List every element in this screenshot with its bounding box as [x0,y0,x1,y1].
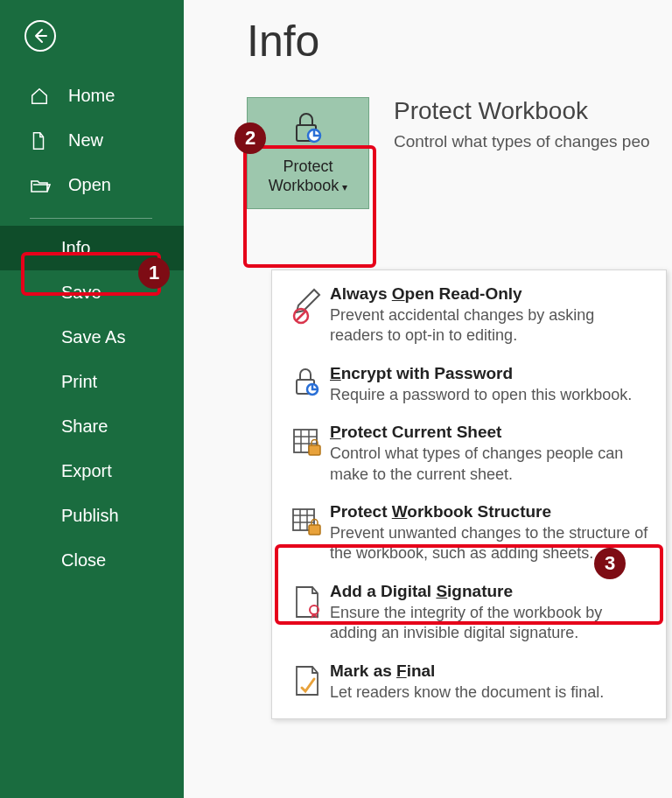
protect-section-title: Protect Workbook [394,97,650,125]
sidebar-item-label: Save [61,283,102,303]
lock-key-icon [284,364,330,401]
sidebar-item-share[interactable]: Share [0,404,184,449]
sidebar-item-label: Save As [61,327,125,347]
menu-item-title: Protect Current Sheet [330,423,652,442]
file-icon [30,131,52,150]
lock-key-icon [290,111,326,150]
sidebar-item-new[interactable]: New [0,118,184,163]
page-title: Info [247,16,672,66]
protect-workbook-row: Protect Workbook▾ Protect Workbook Contr… [247,97,672,209]
protect-section-text: Protect Workbook Control what types of c… [394,97,650,151]
protect-section-desc: Control what types of changes peo [394,132,650,151]
annotation-badge-2: 2 [234,122,266,154]
arrow-left-icon [32,27,49,45]
sidebar-item-label: Home [68,86,115,106]
menu-item-mark-final[interactable]: Mark as Final Let readers know the docum… [272,653,666,711]
sidebar-item-export[interactable]: Export [0,449,184,494]
sidebar-item-save-as[interactable]: Save As [0,315,184,360]
final-document-icon [284,662,330,698]
protect-button-label: Protect Workbook▾ [269,157,348,196]
menu-item-title: Protect Workbook Structure [330,502,652,522]
menu-item-desc: Ensure the integrity of the workbook by … [330,603,652,644]
menu-item-read-only[interactable]: Always Open Read-Only Prevent accidental… [272,276,666,355]
menu-item-desc: Let readers know the document is final. [330,682,652,703]
sidebar-item-label: Open [68,175,111,195]
annotation-badge-3: 3 [594,548,626,579]
sidebar-item-open[interactable]: Open [0,163,184,207]
protect-workbook-button[interactable]: Protect Workbook▾ [247,97,369,209]
menu-item-encrypt[interactable]: Encrypt with Password Require a password… [272,355,666,414]
sidebar-item-label: Publish [61,506,119,526]
menu-item-title: Add a Digital Signature [330,582,652,601]
sidebar-item-label: Share [61,416,108,437]
sheet-lock-icon [284,423,330,459]
folder-open-icon [30,177,52,194]
sidebar-item-label: Close [61,550,106,570]
back-button[interactable] [24,20,56,52]
menu-item-title: Encrypt with Password [330,364,652,383]
backstage-sidebar: Home New Open Info Save Save As Print Sh… [0,0,184,798]
signature-icon [284,582,330,622]
svg-rect-17 [309,525,320,535]
annotation-badge-1: 1 [138,257,170,289]
sidebar-item-publish[interactable]: Publish [0,494,184,538]
sidebar-item-print[interactable]: Print [0,360,184,404]
menu-item-desc: Require a password to open this workbook… [330,385,652,405]
sidebar-item-label: Export [61,461,112,481]
sidebar-divider [30,218,152,219]
menu-item-desc: Control what types of changes people can… [330,444,652,485]
menu-item-protect-sheet[interactable]: Protect Current Sheet Control what types… [272,414,666,494]
menu-item-digital-signature[interactable]: Add a Digital Signature Ensure the integ… [272,573,666,653]
workbook-lock-icon [284,502,330,539]
sidebar-item-home[interactable]: Home [0,74,184,118]
home-icon [30,87,52,106]
menu-item-title: Always Open Read-Only [330,284,652,304]
chevron-down-icon: ▾ [342,181,347,193]
sidebar-item-label: Info [61,238,90,258]
menu-item-title: Mark as Final [330,662,652,681]
pencil-ban-icon [284,284,330,325]
menu-item-desc: Prevent accidental changes by asking rea… [330,305,652,346]
svg-rect-11 [309,445,320,455]
sidebar-item-close[interactable]: Close [0,538,184,583]
sidebar-item-label: Print [61,372,97,392]
sidebar-item-label: New [68,130,103,150]
protect-workbook-menu: Always Open Read-Only Prevent accidental… [271,270,667,719]
